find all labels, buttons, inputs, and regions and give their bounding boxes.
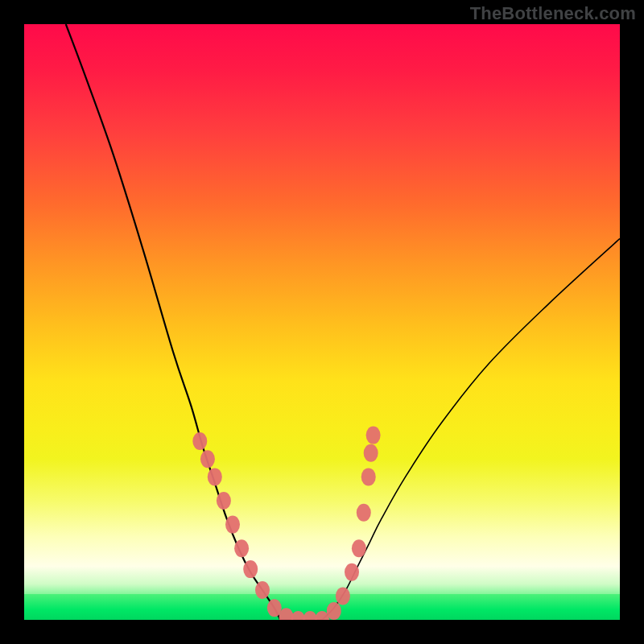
marker-dot bbox=[234, 539, 249, 557]
left-curve-path bbox=[66, 24, 280, 620]
marker-dot bbox=[364, 444, 378, 462]
marker-dot bbox=[208, 468, 222, 485]
curves-svg bbox=[24, 24, 620, 620]
marker-dot bbox=[345, 564, 359, 581]
chart-stage: TheBottleneck.com bbox=[0, 0, 644, 644]
marker-group bbox=[192, 427, 380, 620]
right-curve-path bbox=[322, 238, 620, 620]
marker-dot bbox=[352, 539, 366, 557]
watermark-text: TheBottleneck.com bbox=[470, 3, 636, 24]
marker-dot bbox=[217, 492, 231, 510]
marker-dot bbox=[243, 560, 258, 578]
marker-dot bbox=[192, 432, 207, 450]
marker-dot bbox=[366, 427, 381, 444]
plot-area bbox=[24, 24, 620, 620]
marker-dot bbox=[336, 587, 350, 605]
marker-dot bbox=[200, 450, 215, 468]
marker-dot bbox=[357, 504, 371, 522]
marker-dot bbox=[255, 581, 270, 599]
marker-dot bbox=[327, 602, 341, 620]
marker-dot bbox=[225, 516, 240, 534]
marker-dot bbox=[361, 468, 376, 485]
